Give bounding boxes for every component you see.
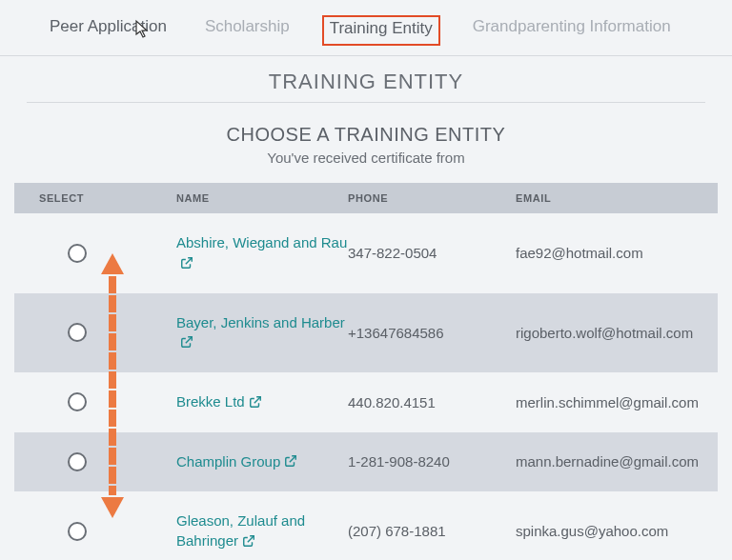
entity-phone: 347-822-0504 [348,245,516,261]
entity-phone: +13647684586 [348,325,516,341]
entity-name-link[interactable]: Champlin Group [176,453,297,470]
page-title: TRAINING ENTITY [27,56,705,103]
external-link-icon [242,532,255,552]
table-row: Gleason, Zulauf and Bahringer (207) 678-… [14,491,718,560]
header-phone: PHONE [348,192,516,204]
entity-email: spinka.gus@yahoo.com [516,523,718,539]
external-link-icon [180,333,193,353]
training-entity-table: SELECT NAME PHONE EMAIL Abshire, Wiegand… [14,183,718,560]
select-radio[interactable] [68,522,87,541]
entity-name-link[interactable]: Brekke Ltd [176,393,262,410]
header-email: EMAIL [516,192,718,204]
select-radio[interactable] [68,323,87,342]
entity-phone: 1-281-908-8240 [348,453,516,470]
select-radio[interactable] [68,452,87,471]
tab-peer-application[interactable]: Peer Application [44,15,173,46]
tab-grandparenting[interactable]: Grandparenting Information [467,15,677,46]
select-radio[interactable] [68,244,87,263]
select-radio[interactable] [68,392,87,411]
entity-name-link[interactable]: Gleason, Zulauf and Bahringer [176,512,305,549]
entity-email: fae92@hotmail.com [516,245,718,261]
entity-email: merlin.schimmel@gmail.com [516,394,718,410]
table-row: Abshire, Wiegand and Rau 347-822-0504 fa… [14,213,718,293]
entity-email: mann.bernadine@gmail.com [516,453,718,470]
entity-name-link[interactable]: Bayer, Jenkins and Harber [176,314,345,350]
tab-scholarship[interactable]: Scholarship [199,15,295,46]
external-link-icon [180,254,193,274]
external-link-icon [284,452,297,472]
entity-phone: (207) 678-1881 [348,523,516,539]
external-link-icon [249,393,262,413]
tab-training-entity[interactable]: Training Entity [322,15,440,46]
table-row: Champlin Group 1-281-908-8240 mann.berna… [14,432,718,492]
header-select: SELECT [14,192,176,204]
tab-bar: Peer Application Scholarship Training En… [0,0,732,56]
entity-phone: 440.820.4151 [348,394,516,410]
entity-name-link[interactable]: Abshire, Wiegand and Rau [176,234,347,270]
choose-title: CHOOSE A TRAINING ENTITY [0,124,732,146]
choose-subtitle: You've received certificate from [0,150,732,166]
table-row: Bayer, Jenkins and Harber +13647684586 r… [14,293,718,373]
table-row: Brekke Ltd 440.820.4151 merlin.schimmel@… [14,372,718,432]
table-header-row: SELECT NAME PHONE EMAIL [14,183,718,213]
header-name: NAME [176,192,348,204]
entity-email: rigoberto.wolf@hotmail.com [516,325,718,341]
